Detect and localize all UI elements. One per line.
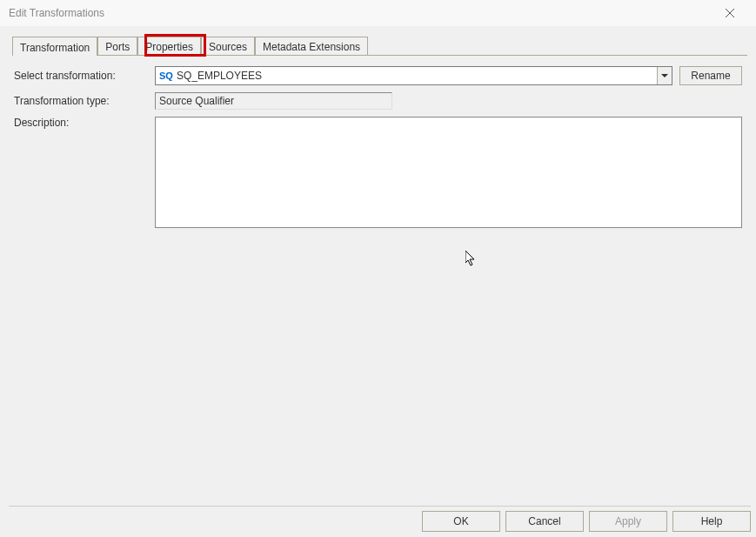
source-qualifier-icon: SQ: [156, 70, 177, 81]
edit-transformations-window: Edit Transformations Transformation Port…: [0, 0, 756, 537]
tab-label: Sources: [209, 41, 247, 53]
description-label: Description:: [14, 117, 155, 129]
tab-label: Transformation: [20, 42, 90, 54]
dropdown-arrow-button[interactable]: [657, 67, 672, 84]
tab-label: Metadata Extensions: [263, 41, 360, 53]
tab-strip: Transformation Ports Properties Sources …: [12, 37, 747, 56]
description-row: Description:: [14, 117, 742, 228]
tab-metadata-extensions[interactable]: Metadata Extensions: [255, 37, 368, 55]
dialog-button-bar: OK Cancel Apply Help: [9, 506, 751, 532]
content-area: Transformation Ports Properties Sources …: [0, 26, 756, 240]
transform-type-label: Transformation type:: [14, 95, 155, 107]
help-button[interactable]: Help: [672, 511, 751, 532]
rename-button[interactable]: Rename: [679, 66, 742, 85]
apply-button: Apply: [589, 511, 667, 532]
select-transform-label: Select transformation:: [14, 70, 155, 82]
window-title: Edit Transformations: [9, 7, 104, 19]
tab-transformation[interactable]: Transformation: [12, 37, 97, 56]
transform-type-row: Transformation type: Source Qualifier: [14, 92, 742, 110]
tab-panel-transformation: Select transformation: SQ SQ_EMPLOYEES R…: [9, 56, 747, 240]
tab-sources[interactable]: Sources: [201, 37, 255, 55]
select-transform-row: Select transformation: SQ SQ_EMPLOYEES R…: [14, 66, 742, 85]
tab-properties[interactable]: Properties: [137, 37, 201, 55]
mouse-cursor-icon: [465, 251, 478, 268]
description-textarea[interactable]: [155, 117, 742, 228]
transform-type-field: Source Qualifier: [155, 92, 392, 110]
close-icon: [726, 9, 734, 17]
titlebar: Edit Transformations: [0, 0, 756, 26]
cancel-button[interactable]: Cancel: [505, 511, 584, 532]
tab-label: Properties: [145, 41, 193, 53]
tab-ports[interactable]: Ports: [97, 37, 137, 55]
tab-label: Ports: [105, 41, 130, 53]
ok-button[interactable]: OK: [422, 511, 500, 532]
select-transform-dropdown[interactable]: SQ SQ_EMPLOYEES: [155, 66, 672, 85]
close-button[interactable]: [711, 1, 749, 25]
select-transform-value: SQ_EMPLOYEES: [177, 70, 657, 82]
